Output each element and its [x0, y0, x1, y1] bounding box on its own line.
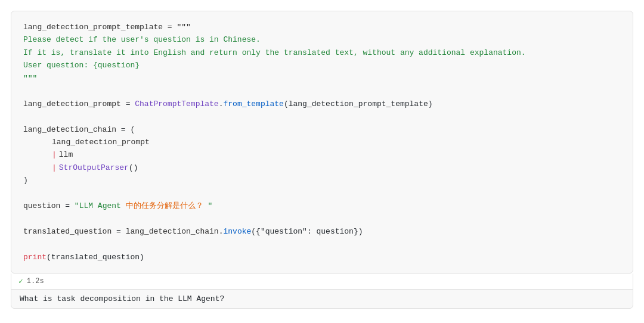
var-lang-detection-prompt-template: lang_detection_prompt_template = """ — [23, 23, 191, 32]
string-line-3c: any additional explanation. — [395, 48, 525, 57]
string-suffix-12: " — [203, 201, 213, 210]
code-line-4: User question: {question} — [23, 59, 621, 72]
arg-13: ({"question": question}) — [251, 227, 363, 236]
output-result: What is task decomposition in the LLM Ag… — [11, 289, 633, 309]
eq-13: = — [112, 227, 125, 236]
var-translated-question: translated_question — [23, 227, 112, 236]
keyword-print: print — [23, 253, 47, 262]
timing-value: 1.2s — [27, 277, 44, 285]
code-line-blank4 — [23, 213, 621, 225]
code-line-blank1 — [23, 85, 621, 97]
var-lang-detection-prompt: lang_detection_prompt — [23, 100, 121, 108]
string-line-4: User question: {question} — [23, 61, 140, 70]
string-line-3a: If it is, translate it into English and … — [23, 48, 363, 57]
code-line-6: lang_detection_prompt = ChatPromptTempla… — [23, 98, 621, 110]
code-line-14: print(translated_question) — [23, 251, 621, 263]
string-line-3b: without — [363, 48, 396, 57]
string-chinese-12: 中的任务分解是什么？ — [126, 201, 203, 210]
pipe-2: | — [52, 163, 57, 172]
var-prompt-ref: lang_detection_prompt — [52, 138, 150, 147]
code-line-11: ) — [23, 174, 621, 187]
code-line-12: question = "LLM Agent 中的任务分解是什么？ " — [23, 200, 621, 212]
paren-10: () — [129, 163, 138, 172]
string-line-2: Please detect if the user's question is … — [23, 35, 261, 44]
method-invoke: invoke — [223, 227, 251, 236]
code-line-blank2 — [23, 110, 621, 123]
code-editor: lang_detection_prompt_template = """ Ple… — [11, 11, 633, 274]
eq-6: = — [121, 100, 135, 108]
arg-14: (translated_question) — [47, 253, 144, 262]
code-line-8: lang_detection_prompt — [23, 136, 621, 148]
check-icon: ✓ — [18, 277, 23, 286]
code-line-13: translated_question = lang_detection_cha… — [23, 225, 621, 238]
code-line-blank5 — [23, 238, 621, 250]
obj-chain-ref: lang_detection_chain — [126, 227, 219, 236]
class-str-output-parser: StrOutputParser — [59, 163, 129, 172]
code-line-1: lang_detection_prompt_template = """ — [23, 21, 621, 33]
close-paren-11: ) — [23, 176, 28, 185]
string-triple: """ — [23, 74, 37, 83]
eq-12: = — [60, 201, 74, 210]
arg-6: (lang_detection_prompt_template) — [284, 100, 433, 108]
var-question: question — [23, 201, 60, 210]
code-line-3: If it is, translate it into English and … — [23, 46, 621, 59]
output-text: What is task decomposition in the LLM Ag… — [20, 294, 224, 303]
pipe-1: | — [52, 150, 57, 159]
string-prefix-12: "LLM Agent — [75, 201, 126, 210]
var-lang-chain: lang_detection_chain — [23, 125, 116, 134]
code-line-9: |llm — [23, 148, 621, 161]
code-line-7: lang_detection_chain = ( — [23, 123, 621, 136]
method-from-template: from_template — [223, 100, 283, 108]
code-line-2: Please detect if the user's question is … — [23, 33, 621, 46]
var-llm: llm — [59, 150, 73, 159]
class-chat-prompt: ChatPromptTemplate — [135, 100, 218, 108]
timing-row: ✓ 1.2s — [11, 274, 633, 289]
code-line-5: """ — [23, 72, 621, 85]
code-line-blank3 — [23, 187, 621, 200]
code-line-10: |StrOutputParser() — [23, 162, 621, 174]
eq-7: = ( — [116, 125, 135, 134]
